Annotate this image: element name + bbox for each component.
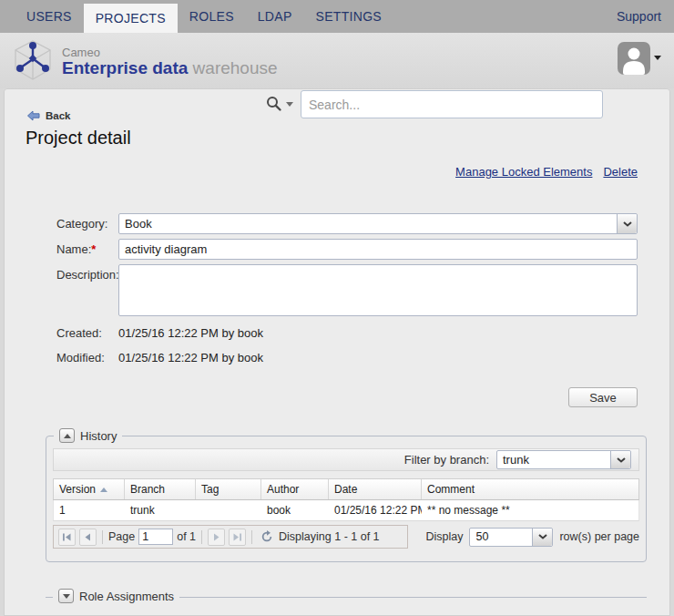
collapse-history-button[interactable] <box>59 428 75 443</box>
description-field[interactable] <box>118 264 638 316</box>
back-arrow-icon <box>27 110 40 121</box>
brand-cameo: Cameo <box>62 46 278 59</box>
created-label: Created: <box>56 326 102 340</box>
filter-by-branch-label: Filter by branch: <box>404 453 489 467</box>
manage-locked-elements-link[interactable]: Manage Locked Elements <box>455 165 592 179</box>
cell-comment: ** no message ** <box>422 500 638 520</box>
chevron-down-icon[interactable] <box>617 214 637 233</box>
brand-product-name: Enterprise data warehouse <box>62 59 278 77</box>
column-header-author[interactable]: Author <box>261 479 329 499</box>
history-legend: History <box>54 428 122 443</box>
last-page-button[interactable] <box>229 529 246 546</box>
nav-item-users[interactable]: USERS <box>15 0 84 33</box>
display-label: Display <box>425 530 463 543</box>
created-value: 01/25/16 12:22 PM by book <box>118 326 263 340</box>
cell-date: 01/25/16 12:22 PM <box>329 500 422 520</box>
back-label: Back <box>46 110 71 121</box>
cell-branch: trunk <box>125 500 196 520</box>
chevron-down-icon <box>63 594 70 599</box>
page-number-input[interactable] <box>138 529 173 545</box>
column-header-branch[interactable]: Branch <box>125 479 196 499</box>
category-label: Category: <box>56 217 107 231</box>
search-input[interactable] <box>301 90 603 118</box>
nav-item-settings[interactable]: SETTINGS <box>304 0 393 33</box>
rows-per-page-label: row(s) per page <box>559 530 639 543</box>
column-header-tag[interactable]: Tag <box>196 479 261 499</box>
cell-version: 1 <box>54 500 125 520</box>
app-window: USERS PROJECTS ROLES LDAP SETTINGS Suppo… <box>0 0 674 616</box>
chevron-down-icon[interactable] <box>532 529 552 546</box>
user-avatar[interactable] <box>618 42 650 75</box>
avatar-menu-caret-icon[interactable] <box>654 56 661 60</box>
first-page-button[interactable] <box>58 529 76 546</box>
nav-item-ldap[interactable]: LDAP <box>246 0 304 33</box>
rows-per-page-select[interactable]: 50 <box>469 528 553 547</box>
brand-text: Cameo Enterprise data warehouse <box>62 46 278 77</box>
last-page-icon <box>232 532 242 542</box>
chevron-down-icon[interactable] <box>610 451 630 468</box>
history-toolbar: Filter by branch: trunk <box>53 448 639 471</box>
required-marker: * <box>91 242 96 256</box>
delete-link[interactable]: Delete <box>603 165 638 179</box>
displaying-status: Displaying 1 - 1 of 1 <box>279 530 379 543</box>
search-icon[interactable] <box>266 96 282 116</box>
cell-tag <box>196 500 261 520</box>
top-navbar: USERS PROJECTS ROLES LDAP SETTINGS Suppo… <box>0 0 674 33</box>
cell-author: book <box>261 500 329 520</box>
pager-toolbar: Page of 1 Displaying 1 - 1 of 1 <box>53 525 408 549</box>
sort-ascending-icon <box>100 488 107 492</box>
next-page-icon <box>211 532 221 542</box>
name-label: Name:* <box>56 242 96 256</box>
separator <box>102 530 103 544</box>
role-assignments-legend-label: Role Assignments <box>79 590 174 603</box>
chevron-up-icon <box>64 434 71 438</box>
network-cube-icon <box>11 38 55 86</box>
brand-light-text: warehouse <box>188 58 277 77</box>
search-options-caret-icon[interactable] <box>286 102 293 107</box>
column-header-label: Version <box>59 483 96 496</box>
header-band: Cameo Enterprise data warehouse <box>0 33 674 88</box>
history-legend-label: History <box>80 429 117 443</box>
of-total-label: of 1 <box>177 530 196 543</box>
previous-page-icon <box>83 532 93 542</box>
separator <box>251 530 252 544</box>
role-assignments-legend: Role Assignments <box>53 589 179 603</box>
column-header-date[interactable]: Date <box>329 479 422 499</box>
page-title: Project detail <box>26 128 131 149</box>
page-label: Page <box>108 530 135 543</box>
expand-role-assignments-button[interactable] <box>58 589 74 603</box>
category-select[interactable]: Book <box>118 213 638 234</box>
rows-per-page-control: Display 50 row(s) per page <box>425 525 639 549</box>
save-button[interactable]: Save <box>568 387 638 407</box>
modified-label: Modified: <box>56 351 105 364</box>
branch-filter-select[interactable]: trunk <box>496 450 631 469</box>
column-header-version[interactable]: Version <box>54 479 125 499</box>
history-table: Version Branch Tag Author Date Comment 1… <box>53 478 639 521</box>
nav-item-projects[interactable]: PROJECTS <box>84 4 178 33</box>
table-header-row: Version Branch Tag Author Date Comment <box>53 478 639 500</box>
column-header-comment[interactable]: Comment <box>422 479 638 499</box>
support-link[interactable]: Support <box>617 0 674 33</box>
history-panel: History Filter by branch: trunk Version … <box>46 436 647 562</box>
name-field[interactable] <box>118 239 638 260</box>
description-label: Description: <box>56 268 119 282</box>
table-row[interactable]: 1 trunk book 01/25/16 12:22 PM ** no mes… <box>53 500 639 521</box>
name-label-text: Name: <box>56 242 91 256</box>
back-link[interactable]: Back <box>27 110 71 121</box>
category-value: Book <box>119 214 637 233</box>
nav-item-roles[interactable]: ROLES <box>178 0 246 33</box>
first-page-icon <box>62 532 72 542</box>
action-links: Manage Locked Elements Delete <box>455 165 638 179</box>
refresh-button[interactable] <box>258 529 275 546</box>
next-page-button[interactable] <box>208 529 225 546</box>
brand-strong-text: Enterprise data <box>62 58 188 77</box>
separator <box>201 530 202 544</box>
previous-page-button[interactable] <box>79 529 97 546</box>
refresh-icon <box>260 530 273 543</box>
person-icon <box>618 42 650 75</box>
modified-value: 01/25/16 12:22 PM by book <box>118 351 263 364</box>
brand-logo: Cameo Enterprise data warehouse <box>11 38 278 86</box>
